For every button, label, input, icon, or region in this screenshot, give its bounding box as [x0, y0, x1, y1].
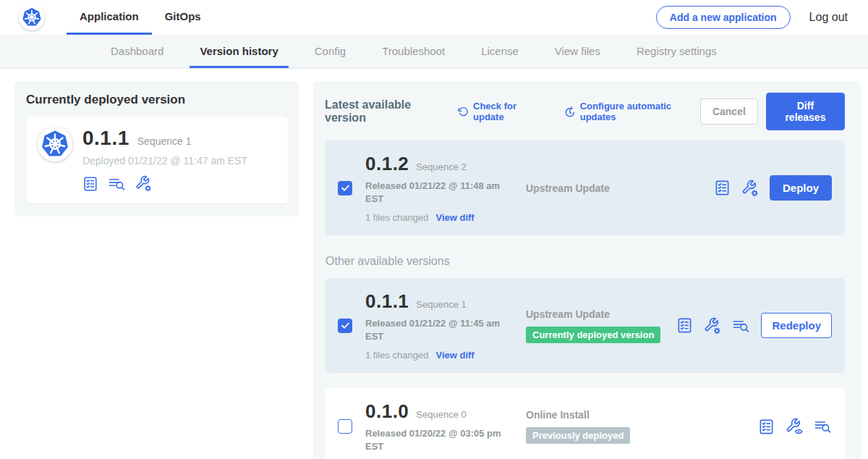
version-source: Upstream Update — [526, 308, 676, 320]
subnav-license[interactable]: License — [471, 35, 529, 68]
checkmark-icon — [341, 321, 350, 330]
deploy-button[interactable]: Deploy — [770, 175, 832, 201]
top-nav: Application GitOps Add a new application… — [0, 0, 868, 35]
refresh-icon — [458, 106, 469, 117]
check-for-update-link[interactable]: Check for update — [458, 101, 544, 122]
kubernetes-logo — [19, 4, 45, 30]
version-checkbox[interactable] — [338, 319, 352, 333]
version-sequence: Sequence 2 — [416, 161, 466, 172]
tab-application[interactable]: Application — [67, 0, 152, 35]
tab-gitops[interactable]: GitOps — [152, 0, 214, 35]
currently-deployed-panel: Currently deployed version 0.1.1 Sequenc… — [14, 81, 299, 216]
deployed-timestamp: Deployed 01/21/22 @ 11:47 am EST — [82, 155, 247, 167]
view-config-icon[interactable] — [786, 418, 803, 435]
add-application-button[interactable]: Add a new application — [656, 6, 791, 29]
version-row-0-1-0: 0.1.0 Sequence 0 Released 01/20/22 @ 03:… — [325, 388, 845, 459]
app-subnav: Dashboard Version history Config Trouble… — [0, 35, 868, 69]
currently-deployed-badge: Currently deployed version — [526, 327, 660, 343]
subnav-troubleshoot[interactable]: Troubleshoot — [372, 35, 455, 68]
subnav-config[interactable]: Config — [305, 35, 356, 68]
configure-automatic-updates-link[interactable]: Configure automatic updates — [564, 101, 700, 122]
latest-available-title: Latest available version — [325, 98, 446, 125]
files-changed: 1 files changed — [365, 350, 428, 361]
main-content: Currently deployed version 0.1.1 Sequenc… — [0, 69, 868, 459]
tab-application-label: Application — [80, 10, 139, 22]
currently-deployed-title: Currently deployed version — [26, 93, 288, 107]
view-diff-link[interactable]: View diff — [435, 350, 474, 361]
available-versions-panel: Latest available version Check for updat… — [313, 81, 861, 459]
version-sequence: Sequence 1 — [416, 299, 466, 310]
version-number: 0.1.0 — [365, 400, 409, 423]
version-number: 0.1.2 — [365, 153, 409, 175]
deploy-logs-icon[interactable] — [108, 176, 126, 192]
files-changed: 1 files changed — [365, 212, 428, 223]
version-row-0-1-1: 0.1.1 Sequence 1 Released 01/21/22 @ 11:… — [325, 278, 845, 373]
preflight-checks-icon[interactable] — [82, 176, 98, 192]
version-checkbox[interactable] — [338, 181, 352, 195]
subnav-view-files[interactable]: View files — [545, 35, 610, 68]
preflight-checks-icon[interactable] — [676, 317, 693, 334]
tab-gitops-label: GitOps — [165, 10, 201, 22]
deployed-version-card: 0.1.1 Sequence 1 Deployed 01/21/22 @ 11:… — [26, 117, 288, 203]
previously-deployed-badge: Previously deployed — [526, 427, 630, 444]
edit-config-icon[interactable] — [741, 180, 759, 197]
preflight-checks-icon[interactable] — [758, 418, 775, 435]
preflight-checks-icon[interactable] — [714, 180, 731, 196]
available-versions-header: Latest available version Check for updat… — [325, 93, 845, 130]
edit-config-icon[interactable] — [135, 175, 152, 192]
subnav-registry-settings[interactable]: Registry settings — [626, 35, 727, 68]
redeploy-button[interactable]: Redeploy — [761, 313, 832, 338]
edit-config-icon[interactable] — [704, 317, 721, 334]
subnav-version-history[interactable]: Version history — [190, 35, 288, 68]
version-source: Upstream Update — [526, 182, 714, 194]
logout-link[interactable]: Log out — [809, 11, 848, 24]
version-sequence: Sequence 0 — [416, 409, 466, 420]
clock-refresh-icon — [564, 106, 576, 118]
deploy-logs-icon[interactable] — [814, 418, 832, 434]
version-number: 0.1.1 — [365, 290, 409, 313]
subnav-dashboard[interactable]: Dashboard — [101, 35, 174, 68]
version-source: Online Install — [526, 409, 758, 421]
deployed-sequence: Sequence 1 — [137, 135, 192, 147]
view-diff-link[interactable]: View diff — [435, 212, 474, 223]
version-released: Released 01/21/22 @ 11:45 am EST — [365, 317, 504, 342]
other-versions-title: Other available versions — [326, 255, 845, 268]
deployed-version-number: 0.1.1 — [82, 127, 129, 150]
cancel-button[interactable]: Cancel — [700, 98, 758, 125]
deploy-logs-icon[interactable] — [732, 318, 750, 334]
version-checkbox[interactable] — [338, 419, 352, 434]
diff-releases-button[interactable]: Diff releases — [766, 93, 845, 130]
version-released: Released 01/20/22 @ 03:05 pm EST — [365, 427, 504, 452]
checkmark-icon — [341, 183, 350, 193]
version-released: Released 01/21/22 @ 11:48 am EST — [365, 180, 504, 205]
app-kubernetes-logo — [38, 127, 72, 161]
version-row-0-1-2: 0.1.2 Sequence 2 Released 01/21/22 @ 11:… — [325, 140, 845, 235]
